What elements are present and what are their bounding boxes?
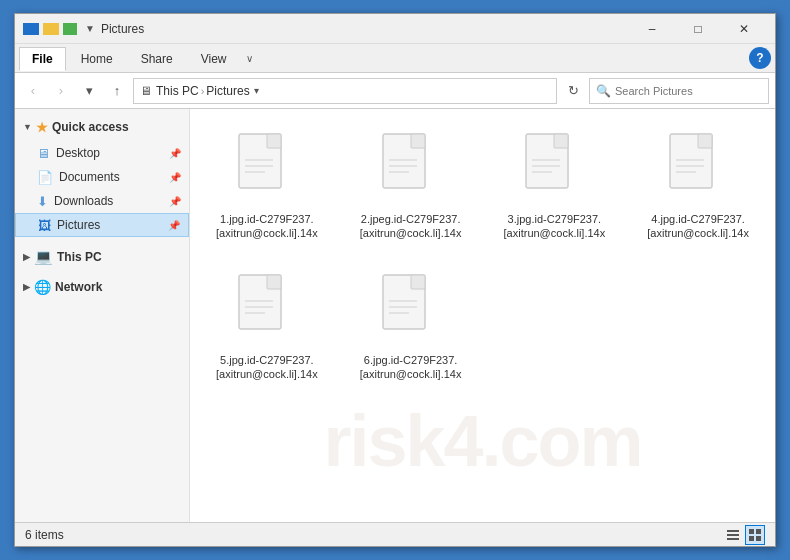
maximize-button[interactable]: □ <box>675 14 721 44</box>
svg-rect-20 <box>698 134 712 148</box>
sidebar-quick-access-header[interactable]: ▼ ★ Quick access <box>15 113 189 141</box>
file-icon <box>237 132 297 204</box>
minimize-button[interactable]: – <box>629 14 675 44</box>
app-icon-blue <box>23 23 39 35</box>
path-dropdown-chevron[interactable]: ▾ <box>254 85 259 96</box>
file-name: 1.jpg.id-C279F237.[axitrun@cock.li].14x <box>212 212 322 241</box>
explorer-window: ▼ Pictures – □ ✕ File Home Share View ∨ … <box>14 13 776 547</box>
view-buttons <box>723 525 765 545</box>
tab-view[interactable]: View <box>188 47 240 70</box>
sidebar-pictures-label: Pictures <box>57 218 100 232</box>
downloads-icon: ⬇ <box>37 194 48 209</box>
this-pc-icon: 💻 <box>34 248 53 266</box>
file-icon-wrapper <box>231 128 303 208</box>
file-icon <box>381 273 441 345</box>
title-bar-icons <box>23 23 77 35</box>
file-name: 6.jpg.id-C279F237.[axitrun@cock.li].14x <box>356 353 466 382</box>
sidebar-this-pc-header[interactable]: ▶ 💻 This PC <box>15 243 189 271</box>
status-bar: 6 items <box>15 522 775 546</box>
search-box[interactable]: 🔍 <box>589 78 769 104</box>
forward-button[interactable]: › <box>49 79 73 103</box>
title-bar-arrow: ▼ <box>85 23 95 34</box>
sidebar-item-downloads[interactable]: ⬇ Downloads 📌 <box>15 189 189 213</box>
file-icon <box>668 132 728 204</box>
file-item[interactable]: 5.jpg.id-C279F237.[axitrun@cock.li].14x <box>200 260 334 391</box>
svg-rect-42 <box>756 536 761 541</box>
file-item[interactable]: 6.jpg.id-C279F237.[axitrun@cock.li].14x <box>344 260 478 391</box>
address-bar: ‹ › ▾ ↑ 🖥This PC › Pictures ▾ ↻ 🔍 <box>15 73 775 109</box>
file-item[interactable]: 1.jpg.id-C279F237.[axitrun@cock.li].14x <box>200 119 334 250</box>
file-item[interactable]: 2.jpeg.id-C279F237.[axitrun@cock.li].14x <box>344 119 478 250</box>
svg-rect-8 <box>411 134 425 148</box>
close-button[interactable]: ✕ <box>721 14 767 44</box>
file-icon <box>524 132 584 204</box>
svg-rect-26 <box>267 275 281 289</box>
pictures-icon: 🖼 <box>38 218 51 233</box>
expand-arrow-this-pc: ▶ <box>23 252 30 262</box>
documents-icon: 📄 <box>37 170 53 185</box>
sidebar-desktop-label: Desktop <box>56 146 100 160</box>
content-area: risk4.com 1.jpg.id-C279F237.[axitrun@coc… <box>190 109 775 522</box>
tab-home[interactable]: Home <box>68 47 126 70</box>
recent-locations-button[interactable]: ▾ <box>77 79 101 103</box>
path-this-pc: 🖥This PC <box>140 84 199 98</box>
ribbon: File Home Share View ∨ ? <box>15 44 775 73</box>
svg-rect-40 <box>756 529 761 534</box>
files-grid: 1.jpg.id-C279F237.[axitrun@cock.li].14x … <box>200 119 765 390</box>
svg-rect-41 <box>749 536 754 541</box>
svg-rect-36 <box>727 530 739 532</box>
network-icon: 🌐 <box>34 279 51 295</box>
ribbon-tabs: File Home Share View ∨ ? <box>15 44 775 72</box>
file-icon <box>381 132 441 204</box>
sidebar-item-documents[interactable]: 📄 Documents 📌 <box>15 165 189 189</box>
window-controls: – □ ✕ <box>629 14 767 44</box>
sidebar-network-header[interactable]: ▶ 🌐 Network <box>15 273 189 301</box>
expand-arrow-quick-access: ▼ <box>23 122 32 132</box>
pin-icon-downloads: 📌 <box>169 196 181 207</box>
sidebar-item-pictures[interactable]: 🖼 Pictures 📌 <box>15 213 189 237</box>
main-area: ▼ ★ Quick access 🖥 Desktop 📌 📄 Documents… <box>15 109 775 522</box>
status-count: 6 items <box>25 528 723 542</box>
list-view-button[interactable] <box>723 525 743 545</box>
title-bar: ▼ Pictures – □ ✕ <box>15 14 775 44</box>
ribbon-chevron[interactable]: ∨ <box>246 53 253 64</box>
quick-access-label: Quick access <box>52 120 129 134</box>
network-label: Network <box>55 280 102 294</box>
search-input[interactable] <box>615 85 762 97</box>
file-name: 3.jpg.id-C279F237.[axitrun@cock.li].14x <box>499 212 609 241</box>
file-item[interactable]: 3.jpg.id-C279F237.[axitrun@cock.li].14x <box>488 119 622 250</box>
window-title: Pictures <box>101 22 629 36</box>
help-button[interactable]: ? <box>749 47 771 69</box>
quick-access-star-icon: ★ <box>36 120 48 135</box>
file-item[interactable]: 4.jpg.id-C279F237.[axitrun@cock.li].14x <box>631 119 765 250</box>
tab-share[interactable]: Share <box>128 47 186 70</box>
svg-rect-37 <box>727 534 739 536</box>
pin-icon-desktop: 📌 <box>169 148 181 159</box>
sidebar-documents-label: Documents <box>59 170 120 184</box>
file-name: 4.jpg.id-C279F237.[axitrun@cock.li].14x <box>643 212 753 241</box>
expand-arrow-network: ▶ <box>23 282 30 292</box>
file-icon-wrapper <box>375 269 447 349</box>
path-sep-1: › <box>201 85 205 97</box>
app-icon-yellow <box>43 23 59 35</box>
sidebar-item-desktop[interactable]: 🖥 Desktop 📌 <box>15 141 189 165</box>
up-button[interactable]: ↑ <box>105 79 129 103</box>
pin-icon-pictures: 📌 <box>168 220 180 231</box>
search-icon: 🔍 <box>596 84 611 98</box>
svg-rect-32 <box>411 275 425 289</box>
svg-rect-2 <box>267 134 281 148</box>
pin-icon-documents: 📌 <box>169 172 181 183</box>
file-icon-wrapper <box>518 128 590 208</box>
desktop-icon: 🖥 <box>37 146 50 161</box>
sidebar-downloads-label: Downloads <box>54 194 113 208</box>
back-button[interactable]: ‹ <box>21 79 45 103</box>
watermark: risk4.com <box>323 400 641 482</box>
svg-rect-14 <box>554 134 568 148</box>
tab-file[interactable]: File <box>19 47 66 71</box>
address-path[interactable]: 🖥This PC › Pictures ▾ <box>133 78 557 104</box>
grid-view-button[interactable] <box>745 525 765 545</box>
sidebar: ▼ ★ Quick access 🖥 Desktop 📌 📄 Documents… <box>15 109 190 522</box>
file-icon-wrapper <box>375 128 447 208</box>
refresh-button[interactable]: ↻ <box>561 79 585 103</box>
svg-rect-39 <box>749 529 754 534</box>
